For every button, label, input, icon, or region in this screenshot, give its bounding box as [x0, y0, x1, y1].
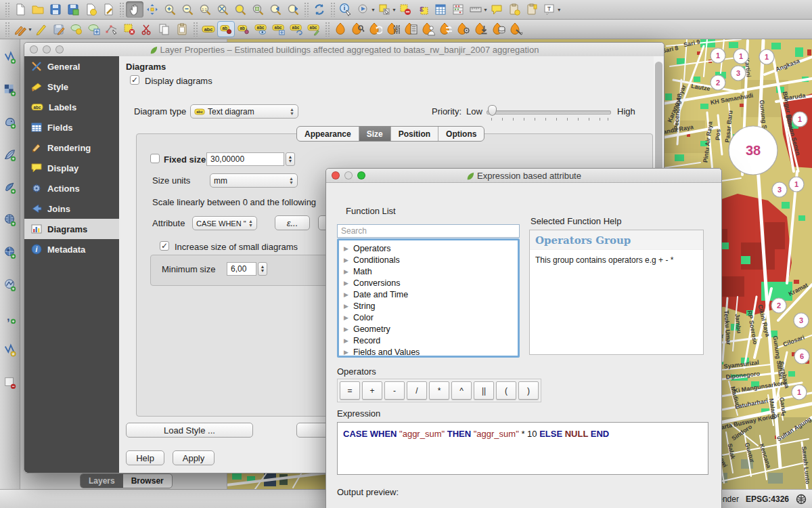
- inasafe-options-button[interactable]: [384, 21, 402, 37]
- close-button[interactable]: [332, 171, 340, 179]
- operator-open-paren-button[interactable]: (: [496, 381, 516, 400]
- close-button[interactable]: [30, 45, 38, 54]
- crs-status[interactable]: EPSG:4326: [746, 494, 789, 504]
- select-features-button[interactable]: [376, 1, 393, 18]
- expand-triangle-icon[interactable]: ▶: [344, 337, 348, 344]
- operator-equals-button[interactable]: =: [340, 381, 360, 400]
- expression-editor[interactable]: CASE WHEN "aggr_sum" THEN "aggr_sum" * 1…: [337, 422, 708, 475]
- toolbar-grip[interactable]: [325, 22, 330, 37]
- expand-triangle-icon[interactable]: ▶: [344, 268, 348, 275]
- move-label-button[interactable]: abc: [270, 21, 288, 37]
- crs-globe-icon[interactable]: [796, 494, 807, 505]
- delete-selected-button[interactable]: [120, 21, 138, 37]
- move-feature-button[interactable]: [85, 21, 103, 37]
- change-label-button[interactable]: abc: [305, 21, 323, 37]
- zoom-button[interactable]: [55, 45, 64, 54]
- sidebar-item-metadata[interactable]: iMetadata: [24, 239, 119, 259]
- sidebar-item-rendering[interactable]: Rendering: [24, 137, 119, 158]
- minimum-size-field[interactable]: 6,00: [227, 262, 256, 276]
- sidebar-item-display[interactable]: Display: [24, 158, 119, 178]
- inasafe-minimum-needs-button[interactable]: [420, 21, 437, 37]
- add-raster-layer-button[interactable]: [1, 81, 19, 99]
- dropdown-caret[interactable]: ▼: [557, 7, 562, 12]
- inasafe-settings-button[interactable]: [455, 21, 472, 37]
- inasafe-converter-button[interactable]: [437, 21, 455, 37]
- zoom-last-button[interactable]: [267, 1, 284, 18]
- expression-dialog-titlebar[interactable]: Expression based attribute: [326, 169, 721, 183]
- toolbar-grip[interactable]: [304, 2, 309, 17]
- load-style-button[interactable]: Load Style ...: [126, 423, 253, 438]
- new-shapefile-layer-button[interactable]: [1, 341, 19, 359]
- composer-manager-button[interactable]: [99, 1, 117, 18]
- copy-features-button[interactable]: [156, 21, 173, 37]
- expand-triangle-icon[interactable]: ▶: [344, 245, 348, 252]
- operator-minus-button[interactable]: -: [384, 381, 405, 400]
- toolbar-grip[interactable]: [193, 22, 198, 37]
- inasafe-database-button[interactable]: [490, 21, 508, 37]
- zoom-to-layer-button[interactable]: [249, 1, 267, 18]
- fixed-size-stepper[interactable]: ▲▼: [286, 152, 295, 166]
- add-mssql-layer-button[interactable]: [1, 179, 19, 196]
- remove-layer-button[interactable]: [1, 374, 19, 391]
- tree-item-geometry[interactable]: ▶Geometry: [339, 323, 518, 335]
- save-project-button[interactable]: [47, 1, 64, 18]
- identify-features-button[interactable]: i: [337, 1, 355, 18]
- sidebar-item-style[interactable]: Style: [24, 77, 119, 97]
- open-attribute-table-button[interactable]: [432, 1, 449, 18]
- add-delimited-text-layer-button[interactable]: ,: [1, 309, 19, 326]
- labeling-options-button[interactable]: abc: [200, 21, 217, 37]
- select-by-expression-button[interactable]: ε: [414, 1, 432, 18]
- tab-browser[interactable]: Browser: [123, 474, 172, 488]
- expand-triangle-icon[interactable]: ▶: [344, 326, 348, 333]
- inasafe-download-button[interactable]: [472, 21, 490, 37]
- refresh-map-button[interactable]: [311, 1, 328, 18]
- function-tree[interactable]: ▶Operators ▶Conditionals ▶Math ▶Conversi…: [337, 238, 520, 358]
- operator-power-button[interactable]: ^: [451, 381, 472, 400]
- minimize-button[interactable]: [344, 171, 353, 179]
- attribute-expression-button[interactable]: ε...: [275, 215, 310, 230]
- measure-line-button[interactable]: [467, 1, 484, 18]
- apply-button[interactable]: Apply: [173, 450, 215, 465]
- dropdown-caret[interactable]: ▼: [392, 7, 397, 12]
- expand-triangle-icon[interactable]: ▶: [344, 349, 348, 356]
- operator-close-paren-button[interactable]: ): [518, 381, 539, 400]
- open-project-button[interactable]: [29, 1, 47, 18]
- show-hide-labels-button[interactable]: abc: [252, 21, 270, 37]
- minimize-button[interactable]: [43, 45, 51, 54]
- attribute-dropdown[interactable]: CASE WHEN " ▲▼: [192, 216, 257, 230]
- sidebar-item-labels[interactable]: abcLabels: [24, 97, 119, 117]
- fixed-size-checkbox[interactable]: [150, 154, 160, 163]
- new-project-button[interactable]: [12, 1, 29, 18]
- zoom-to-selection-button[interactable]: [231, 1, 249, 18]
- search-input[interactable]: Search: [337, 224, 520, 238]
- expand-triangle-icon[interactable]: ▶: [344, 257, 348, 263]
- show-bookmarks-button[interactable]: [523, 1, 541, 18]
- priority-slider[interactable]: [487, 110, 611, 114]
- add-wfs-layer-button[interactable]: [1, 276, 19, 294]
- minimum-size-stepper[interactable]: ▲▼: [258, 262, 267, 276]
- sidebar-item-diagrams[interactable]: Diagrams: [24, 219, 119, 239]
- size-units-dropdown[interactable]: mm ▲▼: [210, 173, 298, 188]
- inasafe-keywords-button[interactable]: [349, 21, 367, 37]
- highlight-pinned-labels-button[interactable]: ab: [217, 21, 235, 37]
- sidebar-item-joins[interactable]: Joins: [24, 198, 119, 219]
- toggle-editing-button[interactable]: [32, 21, 50, 37]
- tree-item-operators[interactable]: ▶Operators: [339, 242, 518, 254]
- fixed-size-field[interactable]: 30,00000: [206, 152, 284, 166]
- toolbar-grip[interactable]: [330, 2, 335, 17]
- diagram-type-dropdown[interactable]: abc Text diagram ▲▼: [190, 104, 298, 119]
- cut-features-button[interactable]: [138, 21, 156, 37]
- tree-item-color[interactable]: ▶Color: [339, 312, 518, 323]
- add-wms-layer-button[interactable]: [1, 211, 19, 229]
- tab-layers[interactable]: Layers: [81, 474, 123, 488]
- zoom-in-button[interactable]: [161, 1, 179, 18]
- tree-item-conditionals[interactable]: ▶Conditionals: [339, 254, 518, 266]
- display-diagrams-checkbox[interactable]: ✓: [130, 75, 139, 85]
- tree-item-string[interactable]: ▶String: [339, 300, 518, 312]
- dropdown-caret[interactable]: ▼: [371, 7, 376, 12]
- expand-triangle-icon[interactable]: ▶: [344, 280, 348, 287]
- run-feature-action-button[interactable]: [355, 1, 372, 18]
- inasafe-report-button[interactable]: [402, 21, 420, 37]
- tree-item-date-and-time[interactable]: ▶Date and Time: [339, 289, 518, 300]
- new-print-composer-button[interactable]: [82, 1, 99, 18]
